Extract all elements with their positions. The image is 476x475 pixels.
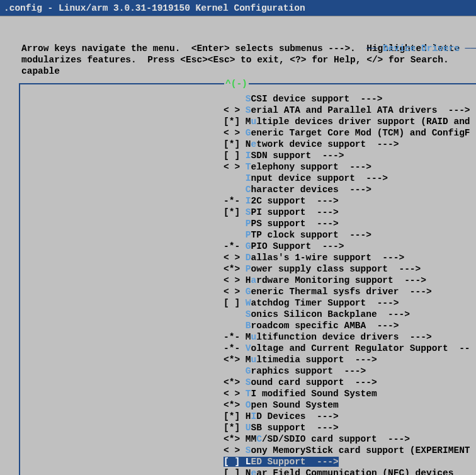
- hotkey-char: D: [246, 253, 251, 263]
- menu-item[interactable]: Graphics support --->: [224, 365, 476, 377]
- item-label: PIO Support --->: [251, 241, 344, 251]
- menu-item[interactable]: PPS support --->: [224, 218, 476, 229]
- hotkey-char: V: [246, 343, 251, 353]
- item-label: TP clock support --->: [251, 230, 371, 240]
- hotkey-char: e: [251, 139, 257, 149]
- item-state: -*-: [224, 196, 246, 206]
- item-label: rdware Monitoring support --->: [256, 275, 426, 285]
- hotkey-char: I: [246, 173, 251, 183]
- item-state: [*]: [224, 207, 246, 217]
- item-label: atchdog Timer Support --->: [251, 298, 399, 308]
- hotkey-char: S: [246, 207, 251, 217]
- menu-item[interactable]: < > Serial ATA and Parallel ATA drivers …: [224, 105, 476, 116]
- menu-item[interactable]: <*> Open Sound System: [224, 399, 476, 411]
- menu-item[interactable]: [ ] Near Field Communication (NFC) devic…: [224, 467, 476, 475]
- menu-item[interactable]: <*> MMC/SD/SDIO card support --->: [224, 433, 476, 445]
- hotkey-char: S: [246, 445, 251, 455]
- item-state: -*-: [224, 241, 246, 251]
- item-state: [ ]: [224, 468, 246, 475]
- hotkey-char: I: [246, 196, 251, 206]
- hotkey-char: a: [251, 275, 257, 285]
- hotkey-char: S: [246, 94, 251, 104]
- menu-item[interactable]: < > TI modified Sound System: [224, 388, 476, 399]
- item-label: I modified Sound System: [251, 389, 377, 399]
- menu-item[interactable]: [*] USB support --->: [224, 422, 476, 433]
- hotkey-char: S: [246, 377, 251, 387]
- item-label: onics Silicon Backplane --->: [251, 309, 410, 319]
- menu-item[interactable]: [ ] LED Support --->: [224, 456, 476, 467]
- menu-item[interactable]: SCSI device support --->: [224, 93, 476, 105]
- menu-item[interactable]: < > Telephony support --->: [224, 161, 476, 173]
- item-label: allas's 1-wire support --->: [251, 253, 405, 263]
- hotkey-char: P: [246, 219, 251, 229]
- item-state: < >: [224, 253, 246, 263]
- item-state: [*]: [224, 117, 246, 127]
- menu-item[interactable]: [*] HID Devices --->: [224, 411, 476, 422]
- menu-item[interactable]: -*- Voltage and Current Regulator Suppor…: [224, 343, 476, 354]
- menu-item[interactable]: [ ] Watchdog Timer Support --->: [224, 297, 476, 309]
- hotkey-char: T: [246, 389, 251, 399]
- hotkey-char: B: [246, 321, 251, 331]
- menu-item[interactable]: < > Hardware Monitoring support --->: [224, 275, 476, 286]
- menu-item[interactable]: Input device support --->: [224, 173, 476, 184]
- hotkey-char: C: [256, 434, 262, 444]
- menu-item[interactable]: -*- I2C support --->: [224, 195, 476, 207]
- menu-item[interactable]: < > Sony MemoryStick card support (EXPER…: [224, 445, 476, 456]
- menu-item[interactable]: Sonics Silicon Backplane --->: [224, 309, 476, 320]
- item-state: -*-: [224, 343, 246, 353]
- item-label: raphics support --->: [251, 366, 366, 376]
- menu-item[interactable]: <*> Power supply class support --->: [224, 263, 476, 275]
- item-label: oltage and Current Regulator Support --: [251, 343, 470, 353]
- menu-item[interactable]: -*- Multifunction device drivers --->: [224, 331, 476, 343]
- hotkey-char: W: [246, 298, 251, 308]
- item-state: <*>: [224, 434, 246, 444]
- item-label: pen Sound System: [251, 400, 339, 410]
- main-area: ── Device Drivers ── Arrow keys navigate…: [0, 16, 476, 475]
- menu-item[interactable]: <*> Multimedia support --->: [224, 354, 476, 365]
- item-label: ltifunction device drivers --->: [256, 332, 431, 342]
- menu-item[interactable]: [*] Multiple devices driver support (RAI…: [224, 116, 476, 127]
- hotkey-char: G: [246, 287, 251, 297]
- item-label: SDN support --->: [251, 151, 344, 161]
- hotkey-char: e: [251, 468, 257, 475]
- item-label: ltimedia support --->: [256, 355, 377, 365]
- item-state: < >: [224, 162, 246, 172]
- hotkey-char: I: [251, 411, 257, 421]
- menu-item[interactable]: Character devices --->: [224, 184, 476, 195]
- item-label: haracter devices --->: [251, 185, 371, 195]
- menu-item[interactable]: < > Dallas's 1-wire support --->: [224, 252, 476, 263]
- item-state: <*>: [224, 377, 246, 387]
- item-state: < >: [224, 105, 246, 115]
- item-label: PS support --->: [251, 219, 339, 229]
- menu-item[interactable]: Broadcom specific AMBA --->: [224, 320, 476, 331]
- item-label: ltiple devices driver support (RAID and: [256, 117, 470, 127]
- section-header: ── Device Drivers ──: [366, 43, 476, 54]
- item-state: [224, 309, 246, 319]
- menu-item[interactable]: <*> Sound card support --->: [224, 377, 476, 388]
- menu-item[interactable]: < > Generic Target Core Mod (TCM) and Co…: [224, 127, 476, 139]
- menu-item[interactable]: < > Generic Thermal sysfs driver --->: [224, 286, 476, 297]
- menu-item[interactable]: -*- GPIO Support --->: [224, 241, 476, 252]
- hotkey-char: S: [246, 105, 251, 115]
- item-label: nput device support --->: [251, 173, 388, 183]
- item-state: [224, 321, 246, 331]
- menu-item[interactable]: [*] SPI support --->: [224, 207, 476, 218]
- item-label: twork device support --->: [256, 139, 399, 149]
- item-state: <*>: [224, 355, 246, 365]
- menu-item[interactable]: [*] Network device support --->: [224, 139, 476, 150]
- hotkey-char: S: [246, 309, 251, 319]
- item-state: <*>: [224, 400, 246, 410]
- hotkey-char: G: [246, 241, 251, 251]
- item-label: elephony support --->: [251, 162, 371, 172]
- item-state: [ ]: [224, 298, 246, 308]
- menu-item[interactable]: PTP clock support --->: [224, 229, 476, 241]
- scroll-up-indicator: ^(-): [224, 78, 249, 89]
- hotkey-char: P: [246, 264, 251, 274]
- item-state: [*]: [224, 423, 246, 433]
- menu-list[interactable]: SCSI device support --->< > Serial ATA a…: [20, 93, 476, 475]
- hotkey-char: C: [246, 185, 251, 195]
- hotkey-char: u: [251, 355, 257, 365]
- item-label: 2C support --->: [251, 196, 339, 206]
- hotkey-char: I: [246, 151, 251, 161]
- menu-item[interactable]: [ ] ISDN support --->: [224, 150, 476, 161]
